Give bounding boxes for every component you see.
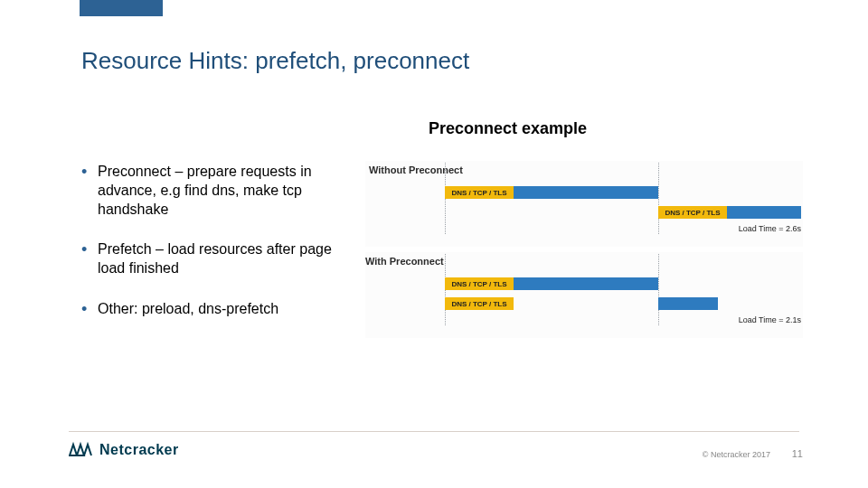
- load-bar: [514, 186, 658, 199]
- bullet-item: Prefetch – load resources after page loa…: [81, 240, 353, 278]
- load-bar: [727, 206, 801, 219]
- copyright-text: © Netcracker 2017: [703, 450, 770, 459]
- slide: Resource Hints: prefetch, preconnect Pre…: [0, 0, 868, 488]
- netcracker-logo: Netcracker: [69, 441, 179, 459]
- accent-bar: [80, 0, 163, 16]
- example-title: Preconnect example: [429, 119, 587, 138]
- dns-tcp-tls-chip: DNS / TCP / TLS: [445, 297, 514, 310]
- load-bar: [658, 297, 718, 310]
- panel-without-preconnect: Without Preconnect DNS / TCP / TLS DNS /…: [365, 161, 803, 247]
- timeline-marker: [658, 254, 659, 325]
- bullet-item: Preconnect – prepare requests in advance…: [81, 163, 353, 219]
- logo-text: Netcracker: [99, 442, 179, 458]
- preconnect-diagram: Without Preconnect DNS / TCP / TLS DNS /…: [365, 161, 803, 342]
- bullet-list: Preconnect – prepare requests in advance…: [81, 163, 353, 341]
- dns-tcp-tls-chip: DNS / TCP / TLS: [445, 186, 514, 199]
- dns-tcp-tls-chip: DNS / TCP / TLS: [658, 206, 727, 219]
- logo-icon: [69, 441, 94, 459]
- slide-title: Resource Hints: prefetch, preconnect: [81, 47, 469, 75]
- dns-tcp-tls-chip: DNS / TCP / TLS: [445, 277, 514, 290]
- footer-divider: [69, 431, 799, 432]
- panel-label-without: Without Preconnect: [369, 164, 463, 175]
- load-time-without: Load Time = 2.6s: [739, 224, 801, 233]
- panel-with-preconnect: With Preconnect DNS / TCP / TLS DNS / TC…: [365, 252, 803, 338]
- load-time-with: Load Time = 2.1s: [739, 315, 801, 324]
- timeline-marker: [658, 163, 659, 234]
- page-number: 11: [792, 448, 803, 459]
- load-bar: [514, 277, 658, 290]
- panel-label-with: With Preconnect: [365, 256, 444, 267]
- bullet-item: Other: preload, dns-prefetch: [81, 300, 353, 319]
